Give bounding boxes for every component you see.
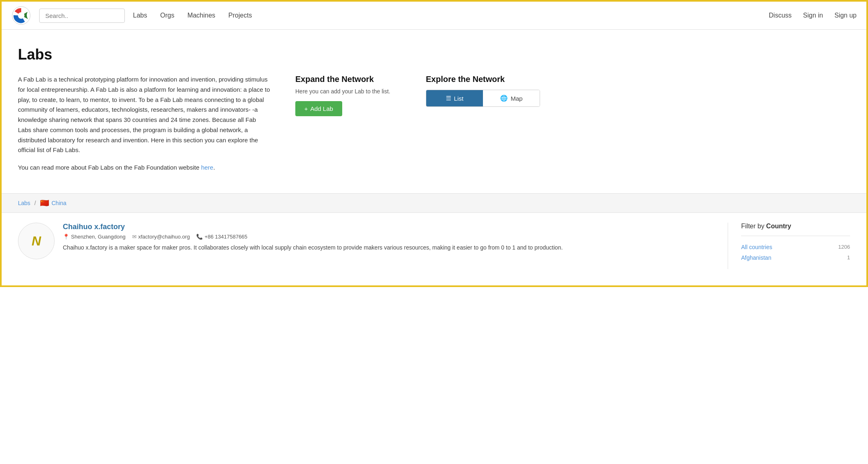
country-flag: 🇨🇳 xyxy=(40,199,49,208)
breadcrumb-separator: / xyxy=(34,200,36,206)
nav-item-labs[interactable]: Labs xyxy=(133,12,147,19)
explore-title: Explore the Network xyxy=(426,75,850,84)
lab-name[interactable]: Chaihuo x.factory xyxy=(63,223,563,231)
map-label: Map xyxy=(511,95,523,102)
filter-count-afghanistan: 1 xyxy=(847,254,850,261)
main-content: Labs A Fab Lab is a technical prototypin… xyxy=(2,30,866,285)
filter-divider xyxy=(741,236,850,236)
signin-link[interactable]: Sign in xyxy=(803,12,823,19)
header-right: Discuss Sign in Sign up xyxy=(769,12,857,19)
filter-count-all: 1206 xyxy=(838,244,850,250)
expand-section: Expand the Network Here you can add your… xyxy=(295,75,401,180)
expand-title: Expand the Network xyxy=(295,75,401,84)
intro-text: A Fab Lab is a technical prototyping pla… xyxy=(18,75,271,180)
nav-item-machines[interactable]: Machines xyxy=(187,12,215,19)
discuss-link[interactable]: Discuss xyxy=(769,12,792,19)
lab-phone-wrap: 📞 +86 13417587665 xyxy=(196,234,247,240)
lab-card: N Chaihuo x.factory 📍 Shenzhen, Guangdon… xyxy=(18,223,711,269)
logo[interactable] xyxy=(11,6,31,25)
lab-location: 📍 Shenzhen, Guangdong xyxy=(63,234,126,240)
intro-paragraph-2: You can read more about Fab Labs on the … xyxy=(18,163,271,173)
breadcrumb-country[interactable]: 🇨🇳 China xyxy=(40,199,66,208)
main-nav: Labs Orgs Machines Projects xyxy=(133,12,761,19)
list-label: List xyxy=(454,95,463,102)
filter-title: Filter by Country xyxy=(741,223,850,230)
explore-section: Explore the Network ☰ List 🌐 Map xyxy=(426,75,850,180)
location-icon: 📍 xyxy=(63,234,69,240)
filter-item-all[interactable]: All countries 1206 xyxy=(741,242,850,252)
lab-phone: +86 13417587665 xyxy=(204,234,247,240)
nav-item-orgs[interactable]: Orgs xyxy=(160,12,175,19)
lab-description: Chaihuo x.factory is a maker space for m… xyxy=(63,243,563,252)
map-icon: 🌐 xyxy=(500,95,508,102)
lab-logo-text: N xyxy=(31,234,41,247)
intro-paragraph-1: A Fab Lab is a technical prototyping pla… xyxy=(18,75,271,155)
lab-email[interactable]: xfactory@chaihuo.org xyxy=(138,234,190,240)
map-view-button[interactable]: 🌐 Map xyxy=(483,90,540,106)
lab-meta: 📍 Shenzhen, Guangdong ✉ xfactory@chaihuo… xyxy=(63,234,563,240)
lab-email-wrap: ✉ xfactory@chaihuo.org xyxy=(132,234,190,240)
svg-point-1 xyxy=(18,12,24,19)
nav-item-projects[interactable]: Projects xyxy=(228,12,252,19)
plus-icon: + xyxy=(304,105,308,112)
intro-section: A Fab Lab is a technical prototyping pla… xyxy=(18,75,850,180)
search-input[interactable] xyxy=(39,9,125,23)
filter-country-afghanistan[interactable]: Afghanistan xyxy=(741,254,771,261)
signup-link[interactable]: Sign up xyxy=(835,12,857,19)
phone-icon: 📞 xyxy=(196,234,203,240)
lab-logo: N xyxy=(18,223,55,259)
email-icon: ✉ xyxy=(132,234,137,240)
filter-country-all[interactable]: All countries xyxy=(741,244,772,250)
labs-section: N Chaihuo x.factory 📍 Shenzhen, Guangdon… xyxy=(18,213,850,285)
labs-list: N Chaihuo x.factory 📍 Shenzhen, Guangdon… xyxy=(18,223,728,269)
header: Labs Orgs Machines Projects Discuss Sign… xyxy=(2,2,866,30)
expand-description: Here you can add your Lab to the list. xyxy=(295,88,401,95)
breadcrumb-labs[interactable]: Labs xyxy=(18,200,30,206)
breadcrumb: Labs / 🇨🇳 China xyxy=(2,193,866,213)
add-lab-label: Add Lab xyxy=(310,105,333,112)
filter-sidebar: Filter by Country All countries 1206 Afg… xyxy=(728,223,850,269)
page-title: Labs xyxy=(18,46,850,63)
filter-item-afghanistan[interactable]: Afghanistan 1 xyxy=(741,252,850,263)
fab-foundation-link[interactable]: here xyxy=(201,164,213,171)
list-view-button[interactable]: ☰ List xyxy=(426,90,483,106)
lab-city: Shenzhen, Guangdong xyxy=(71,234,126,240)
lab-info: Chaihuo x.factory 📍 Shenzhen, Guangdong … xyxy=(63,223,563,259)
add-lab-button[interactable]: + Add Lab xyxy=(295,101,342,116)
view-toggle: ☰ List 🌐 Map xyxy=(426,90,540,107)
list-icon: ☰ xyxy=(446,95,451,102)
country-name: China xyxy=(51,200,66,206)
search-wrap[interactable] xyxy=(39,9,125,23)
